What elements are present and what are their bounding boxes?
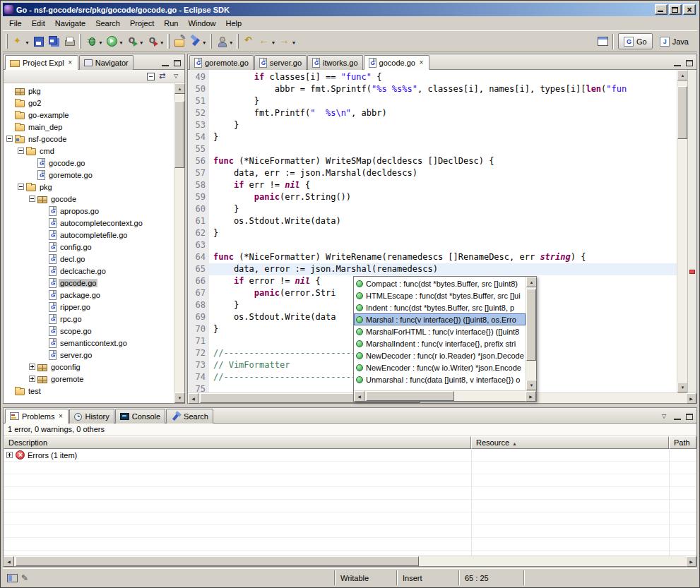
collapse-expander[interactable]	[18, 148, 24, 154]
open-perspective-button[interactable]	[598, 37, 608, 46]
line-number[interactable]: 63	[188, 239, 209, 251]
error-marker-icon[interactable]	[689, 270, 695, 274]
new-java-button[interactable]	[215, 33, 235, 50]
line-number[interactable]: 69	[188, 311, 209, 323]
tree-scrollbar[interactable]	[174, 83, 184, 403]
code-text[interactable]: abbr = fmt.Sprintf("%s %s%s", classes[i]…	[209, 83, 677, 95]
menu-file[interactable]: File	[4, 17, 27, 30]
autocomplete-item-newencoder[interactable]: NewEncoder : func(w io.Writer) *json.Enc…	[354, 361, 526, 373]
save-all-button[interactable]	[47, 33, 62, 50]
line-number[interactable]: 61	[188, 215, 209, 227]
line-number[interactable]: 50	[188, 83, 209, 95]
code-text[interactable]: func (*NiceFormatter) WriteSMap(decldesc…	[209, 155, 677, 167]
line-number[interactable]: 72	[188, 347, 209, 359]
column-header-path[interactable]: Path	[669, 436, 696, 449]
code-text[interactable]: data, err := json.Marshal(decldescs)	[209, 167, 677, 179]
minimize-button[interactable]	[655, 4, 668, 15]
tab-goremote-go[interactable]: goremote.go	[189, 55, 254, 70]
menu-edit[interactable]: Edit	[27, 17, 50, 30]
save-button[interactable]	[31, 33, 47, 50]
code-text[interactable]: if classes[i] == "func" {	[209, 71, 677, 83]
scrollbar-track[interactable]	[364, 391, 526, 401]
menu-window[interactable]: Window	[183, 17, 220, 30]
editor-vscrollbar[interactable]	[677, 70, 687, 392]
tree-item-goremote[interactable]: goremote	[4, 373, 174, 385]
tab-search[interactable]: Search	[166, 409, 213, 424]
tree-item-declcache-go[interactable]: declcache.go	[4, 265, 174, 277]
toolbar-grip[interactable]	[6, 34, 8, 49]
scrollbar-thumb[interactable]	[366, 391, 454, 401]
line-number[interactable]: 74	[188, 371, 209, 383]
dropdown-arrow-icon[interactable]	[139, 37, 144, 46]
scrollbar-thumb[interactable]	[16, 556, 419, 566]
tab-gocode-go[interactable]: gocode.go	[364, 55, 429, 70]
tree-item-gocode-go[interactable]: gocode.go	[4, 157, 174, 169]
tab-problems[interactable]: Problems	[5, 409, 69, 424]
line-number[interactable]: 65	[188, 263, 209, 275]
tab-navigator[interactable]: Navigator	[79, 55, 134, 70]
menu-project[interactable]: Project	[125, 17, 159, 30]
line-number[interactable]: 57	[188, 167, 209, 179]
tree-item-rpc-go[interactable]: rpc.go	[4, 313, 174, 325]
tree-item-pkg[interactable]: pkg	[4, 85, 174, 97]
line-number[interactable]: 59	[188, 191, 209, 203]
column-header-description[interactable]: Description	[4, 436, 471, 449]
autocomplete-item-marshal[interactable]: Marshal : func(v interface{}) ([]uint8, …	[354, 313, 526, 325]
menu-help[interactable]: Help	[221, 17, 247, 30]
tree-item-cmd[interactable]: cmd	[4, 145, 174, 157]
line-number[interactable]: 68	[188, 299, 209, 311]
autocomplete-item-marshalforhtml[interactable]: MarshalForHTML : func(v interface{}) ([]…	[354, 325, 526, 337]
line-number[interactable]: 58	[188, 179, 209, 191]
dropdown-arrow-icon[interactable]	[292, 37, 297, 46]
back-button[interactable]	[257, 33, 278, 50]
toolbar-grip[interactable]	[79, 34, 81, 49]
close-icon[interactable]	[67, 59, 73, 66]
minimize-view-button[interactable]	[160, 59, 170, 68]
scroll-left-button[interactable]	[4, 556, 14, 567]
tab-itworks-go[interactable]: itworks.go	[307, 55, 363, 70]
menu-run[interactable]: Run	[159, 17, 183, 30]
dropdown-arrow-icon[interactable]	[25, 37, 30, 46]
search-button[interactable]	[188, 33, 208, 50]
menu-search[interactable]: Search	[90, 17, 125, 30]
code-text[interactable]	[209, 143, 677, 155]
dropdown-arrow-icon[interactable]	[229, 37, 234, 46]
maximize-view-button[interactable]	[684, 413, 694, 421]
view-menu-icon[interactable]	[172, 72, 182, 81]
scroll-right-button[interactable]	[526, 391, 536, 402]
autocomplete-item-newdecoder[interactable]: NewDecoder : func(r io.Reader) *json.Dec…	[354, 349, 526, 361]
problems-hscrollbar[interactable]	[4, 556, 696, 566]
scrollbar-track[interactable]	[526, 287, 536, 380]
expand-expander[interactable]	[6, 452, 13, 458]
tab-server-go[interactable]: server.go	[254, 55, 307, 70]
close-icon[interactable]	[418, 59, 425, 66]
scroll-down-button[interactable]	[526, 380, 537, 390]
tree-item-config-go[interactable]: config.go	[4, 241, 174, 253]
code-text[interactable]: if err != nil {	[209, 179, 677, 191]
dropdown-arrow-icon[interactable]	[271, 37, 276, 46]
autocomplete-item-htmlescape[interactable]: HTMLEscape : func(dst *bytes.Buffer, src…	[354, 289, 526, 301]
line-number[interactable]: 49	[188, 71, 209, 83]
toolbar-grip[interactable]	[237, 34, 239, 49]
line-number[interactable]: 52	[188, 107, 209, 119]
tree-item-autocompletefile-go[interactable]: autocompletefile.go	[4, 229, 174, 241]
tree-item-go-example[interactable]: go-example	[4, 109, 174, 121]
scroll-up-button[interactable]	[677, 70, 688, 80]
scroll-right-button[interactable]	[686, 556, 696, 567]
scroll-down-button[interactable]	[677, 382, 688, 392]
line-number[interactable]: 67	[188, 287, 209, 299]
code-text[interactable]: }	[209, 131, 677, 143]
problems-row-errors-1-item[interactable]: Errors (1 item)	[4, 449, 696, 462]
minimize-view-button[interactable]	[672, 413, 682, 421]
code-text[interactable]: }	[209, 95, 677, 107]
minimize-editor-button[interactable]	[672, 59, 682, 68]
forward-button[interactable]	[278, 33, 298, 50]
scrollbar-track[interactable]	[174, 94, 184, 392]
line-number[interactable]: 62	[188, 227, 209, 239]
line-number[interactable]: 60	[188, 203, 209, 215]
menu-navigate[interactable]: Navigate	[50, 17, 90, 30]
run-button[interactable]	[105, 33, 125, 50]
perspective-java-button[interactable]: Java	[654, 33, 694, 49]
tree-item-nsf-gocode[interactable]: nsf-gocode	[4, 133, 174, 145]
code-text[interactable]: }	[209, 227, 677, 239]
